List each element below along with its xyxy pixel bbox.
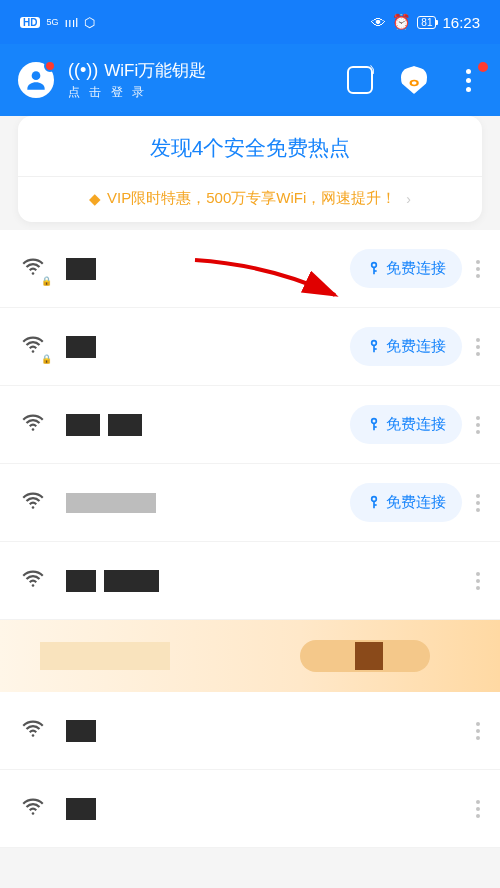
wifi-signal-icon: 🔒 xyxy=(20,332,48,362)
signal-icon: ıııl xyxy=(64,15,78,30)
svg-point-17 xyxy=(32,584,35,587)
free-connect-button[interactable]: 免费连接 xyxy=(350,483,462,522)
row-more-button[interactable] xyxy=(476,338,480,356)
shield-button[interactable]: ⴰ xyxy=(400,66,428,94)
row-more-button[interactable] xyxy=(476,572,480,590)
svg-point-13 xyxy=(32,506,35,509)
svg-point-5 xyxy=(32,350,35,353)
menu-button[interactable] xyxy=(454,66,482,94)
lock-icon: 🔒 xyxy=(41,276,52,286)
wifi-ssid xyxy=(66,414,350,436)
diamond-icon: ◆ xyxy=(89,190,101,208)
svg-point-10 xyxy=(372,418,377,423)
alarm-icon: ⏰ xyxy=(392,13,411,31)
banner-title: 发现4个安全免费热点 xyxy=(30,134,470,162)
status-right: 👁 ⏰ 81 16:23 xyxy=(371,13,480,31)
hd-badge: HD xyxy=(20,17,40,28)
row-more-button[interactable] xyxy=(476,722,480,740)
row-more-button[interactable] xyxy=(476,416,480,434)
status-bar: HD 5G ıııl ⬡ 👁 ⏰ 81 16:23 xyxy=(0,0,500,44)
svg-point-0 xyxy=(32,71,41,80)
eye-icon: 👁 xyxy=(371,14,386,31)
wifi-signal-icon xyxy=(20,488,48,518)
svg-point-19 xyxy=(32,812,35,815)
wifi-list: 🔒 免费连接 🔒 免费连接 免费连接 免费连接 xyxy=(0,230,500,848)
app-title-block[interactable]: ((•)) WiFi万能钥匙 点 击 登 录 xyxy=(68,59,320,101)
wifi-ssid xyxy=(66,258,350,280)
wifi-row[interactable] xyxy=(0,542,500,620)
vip-promo-link[interactable]: ◆ VIP限时特惠，500万专享WiFi，网速提升！ › xyxy=(30,189,470,208)
battery-indicator: 81 xyxy=(417,16,436,29)
wifi-ssid xyxy=(66,493,350,513)
app-title: WiFi万能钥匙 xyxy=(104,59,206,82)
ad-banner[interactable] xyxy=(0,620,500,692)
wifi-signal-icon xyxy=(20,716,48,746)
svg-point-1 xyxy=(32,272,35,275)
hotspot-icon: ⬡ xyxy=(84,15,95,30)
login-prompt: 点 击 登 录 xyxy=(68,84,320,101)
wifi-signal-icon: 🔒 xyxy=(20,254,48,284)
promo-text: VIP限时特惠，500万专享WiFi，网速提升！ xyxy=(107,189,396,208)
row-more-button[interactable] xyxy=(476,800,480,818)
wifi-ssid xyxy=(66,570,462,592)
wifi-ssid xyxy=(66,720,462,742)
wifi-row[interactable]: 🔒 免费连接 xyxy=(0,230,500,308)
wifi-row[interactable]: 🔒 免费连接 xyxy=(0,308,500,386)
svg-point-2 xyxy=(372,262,377,267)
row-more-button[interactable] xyxy=(476,494,480,512)
lock-icon: 🔒 xyxy=(41,354,52,364)
wifi-signal-icon xyxy=(20,566,48,596)
free-connect-button[interactable]: 免费连接 xyxy=(350,249,462,288)
wifi-row[interactable]: 免费连接 xyxy=(0,464,500,542)
wifi-logo-icon: ((•)) xyxy=(68,60,98,81)
wifi-row[interactable]: 免费连接 xyxy=(0,386,500,464)
wifi-row[interactable] xyxy=(0,692,500,770)
wifi-ssid xyxy=(66,798,462,820)
discovery-banner: 发现4个安全免费热点 ◆ VIP限时特惠，500万专享WiFi，网速提升！ › xyxy=(18,116,482,222)
svg-point-18 xyxy=(32,734,35,737)
app-bar: ((•)) WiFi万能钥匙 点 击 登 录 ⴰ xyxy=(0,44,500,116)
document-button[interactable] xyxy=(346,66,374,94)
wifi-ssid xyxy=(66,336,350,358)
row-more-button[interactable] xyxy=(476,260,480,278)
wifi-signal-icon xyxy=(20,410,48,440)
wifi-row[interactable] xyxy=(0,770,500,848)
free-connect-button[interactable]: 免费连接 xyxy=(350,327,462,366)
svg-point-6 xyxy=(372,340,377,345)
wifi-signal-icon xyxy=(20,794,48,824)
clock-text: 16:23 xyxy=(442,14,480,31)
free-connect-button[interactable]: 免费连接 xyxy=(350,405,462,444)
svg-point-9 xyxy=(32,428,35,431)
notification-dot xyxy=(478,62,488,72)
avatar-button[interactable] xyxy=(18,62,54,98)
network-type: 5G xyxy=(46,17,58,27)
notification-dot xyxy=(44,60,56,72)
status-left: HD 5G ıııl ⬡ xyxy=(20,15,95,30)
chevron-right-icon: › xyxy=(406,191,411,207)
svg-point-14 xyxy=(372,496,377,501)
